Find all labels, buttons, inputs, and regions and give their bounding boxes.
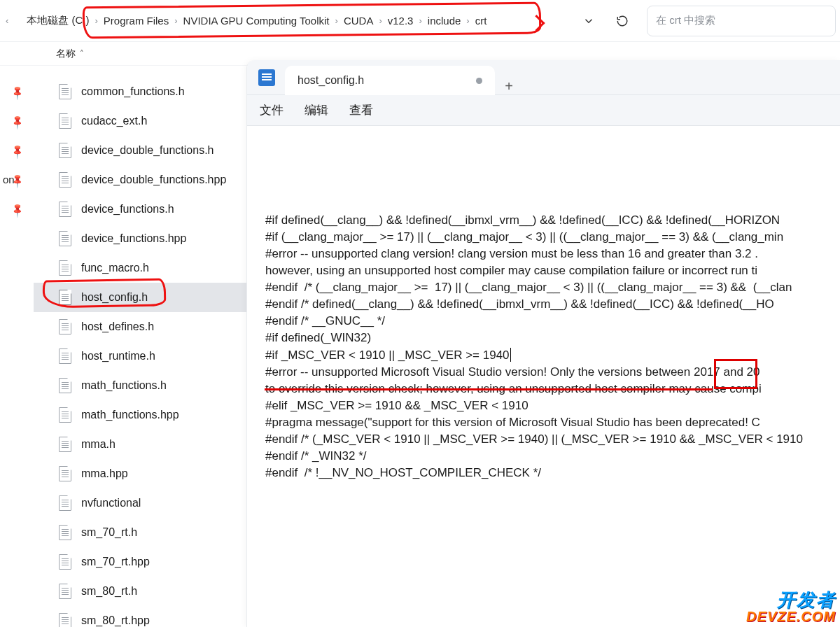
breadcrumb-item[interactable]: NVIDIA GPU Computing Toolkit (179, 12, 334, 29)
notepad-icon (258, 69, 275, 86)
list-item[interactable]: sm_80_rt.h (34, 577, 251, 606)
chevron-left-icon[interactable]: ‹ (6, 15, 8, 26)
list-item[interactable]: mma.hpp (34, 459, 251, 488)
file-icon (59, 348, 71, 364)
list-item[interactable]: device_functions.h (34, 195, 251, 224)
list-item[interactable]: nvfunctional (34, 488, 251, 518)
file-name: math_functions.h (81, 379, 167, 392)
menu-file[interactable]: 文件 (260, 102, 284, 118)
chevron-right-icon: › (466, 15, 469, 26)
breadcrumb-item[interactable]: 本地磁盘 (C:) (22, 11, 93, 30)
editor-content[interactable]: #if defined(__clang__) && !defined(__ibm… (247, 126, 840, 627)
file-name: common_functions.h (81, 85, 185, 98)
chevron-right-icon: › (419, 15, 421, 26)
list-item[interactable]: math_functions.h (34, 371, 251, 400)
file-list: common_functions.h cudacc_ext.h device_d… (34, 66, 251, 627)
file-icon (59, 260, 71, 276)
file-name: func_macro.h (81, 262, 149, 274)
list-item[interactable]: cudacc_ext.h (34, 106, 251, 136)
code-line: #if (__clang_major__ >= 17) || (__clang_… (265, 229, 840, 246)
file-icon (59, 495, 71, 511)
file-name: mma.h (81, 438, 115, 451)
chevron-right-icon: › (379, 15, 382, 26)
pin-icon[interactable]: 📌 (8, 143, 24, 159)
code-line: #error -- unsupported clang version! cla… (265, 246, 840, 262)
address-bar-tools (573, 12, 641, 30)
file-icon (59, 202, 71, 217)
refresh-icon[interactable] (613, 12, 631, 30)
breadcrumb-item[interactable]: Program Files (99, 12, 173, 29)
new-tab-button[interactable]: + (495, 78, 523, 94)
file-icon (59, 407, 71, 423)
quick-access-rail: 📌 📌 📌 📌 📌 on (0, 66, 34, 627)
list-item[interactable]: device_functions.hpp (34, 224, 251, 253)
editor-titlebar: host_config.h + (247, 60, 840, 95)
file-icon (59, 231, 71, 246)
file-name: host_runtime.h (81, 350, 155, 362)
list-item[interactable]: device_double_functions.hpp (34, 165, 251, 195)
file-name: host_defines.h (81, 320, 154, 333)
file-icon (59, 584, 71, 599)
file-icon (59, 290, 71, 305)
breadcrumb-item[interactable]: CUDA (340, 12, 378, 29)
search-input[interactable]: 在 crt 中搜索 (647, 6, 836, 36)
file-name: device_double_functions.h (81, 144, 214, 157)
list-item[interactable]: math_functions.hpp (34, 400, 251, 430)
list-item-selected[interactable]: host_config.h (34, 283, 251, 312)
file-name: device_functions.h (81, 203, 174, 216)
file-name: device_double_functions.hpp (81, 174, 226, 186)
list-item[interactable]: sm_70_rt.hpp (34, 547, 251, 577)
breadcrumb-item[interactable]: crt (471, 12, 491, 29)
list-item[interactable]: host_defines.h (34, 312, 251, 341)
file-icon (59, 319, 71, 334)
chevron-down-icon[interactable] (580, 12, 598, 30)
file-icon (59, 613, 71, 627)
list-item[interactable]: sm_80_rt.hpp (34, 606, 251, 627)
code-line: #endif /* (_MSC_VER < 1910 || _MSC_VER >… (265, 431, 840, 448)
code-line: #if defined(__clang__) && !defined(__ibm… (265, 212, 840, 229)
chevron-right-icon: › (95, 15, 98, 26)
file-icon (59, 143, 71, 158)
file-icon (59, 84, 71, 99)
code-line: #elif _MSC_VER >= 1910 && _MSC_VER < 191… (265, 397, 840, 414)
code-line: #error -- unsupported Microsoft Visual S… (265, 364, 840, 381)
truncated-label: on (3, 174, 15, 185)
pin-icon[interactable]: 📌 (8, 113, 24, 129)
file-name: math_functions.hpp (81, 409, 179, 421)
column-name-header: 名称 (56, 48, 76, 60)
sort-asc-icon: ˄ (80, 49, 84, 58)
file-icon (59, 172, 71, 188)
code-line: #endif /* defined(__clang__) && !defined… (265, 296, 840, 313)
code-line: #endif /* __GNUC__ */ (265, 313, 840, 330)
unsaved-dot-icon (476, 78, 482, 84)
editor-tab[interactable]: host_config.h (285, 66, 495, 95)
list-item[interactable]: sm_70_rt.h (34, 518, 251, 547)
file-name: sm_80_rt.h (81, 585, 137, 598)
code-line: #endif /* (__clang_major__ >= 17) || (__… (265, 279, 840, 296)
list-item[interactable]: host_runtime.h (34, 341, 251, 371)
breadcrumb-item[interactable]: v12.3 (384, 12, 418, 29)
code-line: however, using an unsupported host compi… (265, 262, 840, 279)
breadcrumb: 本地磁盘 (C:) › Program Files › NVIDIA GPU C… (15, 6, 567, 36)
explorer-address-bar: ‹ 本地磁盘 (C:) › Program Files › NVIDIA GPU… (0, 0, 840, 42)
menu-view[interactable]: 查看 (349, 102, 373, 118)
file-name: sm_80_rt.hpp (81, 614, 150, 627)
file-icon (59, 378, 71, 393)
breadcrumb-item[interactable]: include (424, 12, 465, 29)
search-placeholder: 在 crt 中搜索 (656, 14, 715, 27)
code-line: #endif /* _WIN32 */ (265, 448, 840, 465)
file-name: nvfunctional (81, 497, 141, 509)
file-name: host_config.h (81, 291, 148, 304)
editor-window: host_config.h + 文件 编辑 查看 #if defined(__c… (246, 60, 840, 627)
list-item[interactable]: mma.h (34, 430, 251, 459)
file-icon (59, 554, 71, 570)
editor-menubar: 文件 编辑 查看 (247, 95, 840, 126)
menu-edit[interactable]: 编辑 (304, 102, 328, 118)
pin-icon[interactable]: 📌 (8, 202, 24, 218)
tab-title: host_config.h (298, 74, 364, 87)
list-item[interactable]: func_macro.h (34, 253, 251, 283)
list-item[interactable]: common_functions.h (34, 77, 251, 106)
list-item[interactable]: device_double_functions.h (34, 136, 251, 165)
pin-icon[interactable]: 📌 (8, 84, 24, 100)
file-icon (59, 466, 71, 481)
